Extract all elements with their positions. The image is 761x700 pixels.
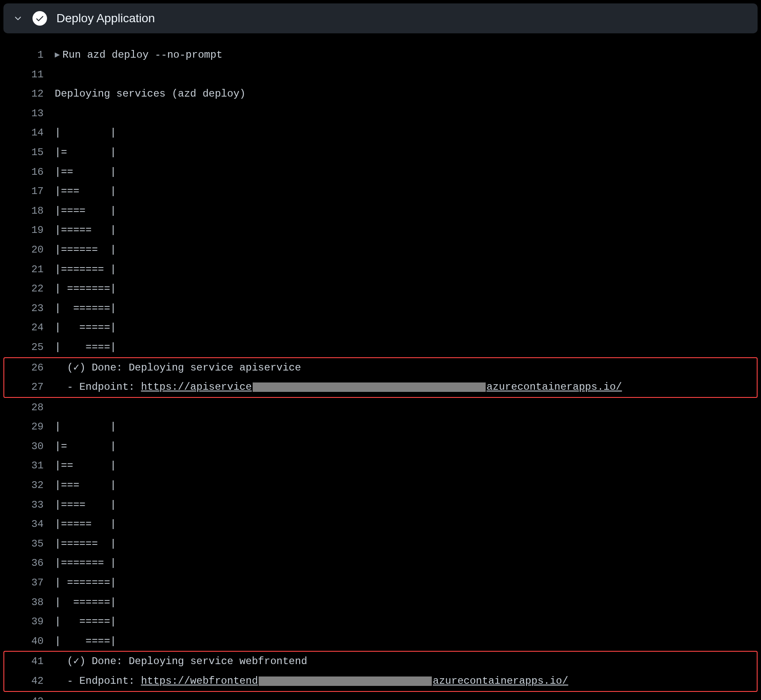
highlight-box: 41 (✓) Done: Deploying service webfronte… xyxy=(3,651,758,691)
log-text: |===== | xyxy=(55,221,116,240)
log-text: |===== | xyxy=(55,515,116,534)
line-number: 11 xyxy=(8,65,55,85)
line-number: 18 xyxy=(8,201,55,221)
log-line: 28 xyxy=(3,398,758,418)
log-line: 26 (✓) Done: Deploying service apiservic… xyxy=(4,358,757,378)
log-text: | =======| xyxy=(55,279,116,299)
log-line: 30|= | xyxy=(3,437,758,456)
log-text: | =======| xyxy=(55,573,116,593)
line-content: |====== | xyxy=(55,240,116,260)
log-text: | | xyxy=(55,123,116,143)
line-number: 24 xyxy=(8,318,55,338)
line-content: |== | xyxy=(55,162,116,182)
log-line: 34|===== | xyxy=(3,515,758,534)
log-line: 37| =======| xyxy=(3,573,758,593)
line-content: Deploying services (azd deploy) xyxy=(55,84,245,104)
line-content: |=== | xyxy=(55,182,116,201)
log-text: (✓) Done: Deploying service webfrontend xyxy=(55,652,307,671)
log-text: Run azd deploy --no-prompt xyxy=(62,45,222,65)
line-content: |== | xyxy=(55,456,116,476)
log-text: (✓) Done: Deploying service apiservice xyxy=(55,358,301,378)
log-text: | =====| xyxy=(55,612,116,632)
line-content: |= | xyxy=(55,437,116,456)
log-text: |==== | xyxy=(55,201,116,221)
log-text: |= | xyxy=(55,437,116,456)
log-text: - Endpoint: xyxy=(55,671,141,691)
step-title: Deploy Application xyxy=(56,12,155,25)
line-content: | =====| xyxy=(55,318,116,338)
line-content: (✓) Done: Deploying service apiservice xyxy=(55,358,301,378)
line-number: 27 xyxy=(8,377,55,397)
line-number: 41 xyxy=(8,652,55,671)
line-number: 14 xyxy=(8,123,55,143)
log-line: 25| ====| xyxy=(3,338,758,357)
log-line: 42 - Endpoint: https://webfrontendazurec… xyxy=(4,671,757,691)
line-number: 19 xyxy=(8,221,55,240)
line-content: |= | xyxy=(55,143,116,162)
line-number: 36 xyxy=(8,553,55,573)
line-number: 33 xyxy=(8,495,55,515)
log-line: 14| | xyxy=(3,123,758,143)
line-content: |=== | xyxy=(55,476,116,495)
log-line: 21|======= | xyxy=(3,260,758,279)
line-content: | =====| xyxy=(55,612,116,632)
step-header[interactable]: Deploy Application xyxy=(3,3,758,33)
endpoint-link[interactable]: azurecontainerapps.io/ xyxy=(487,377,622,397)
line-content: |==== | xyxy=(55,495,116,515)
line-content: | =======| xyxy=(55,279,116,299)
line-number: 17 xyxy=(8,182,55,201)
log-line: 20|====== | xyxy=(3,240,758,260)
line-number: 32 xyxy=(8,476,55,495)
check-circle-icon xyxy=(32,11,47,26)
line-number: 12 xyxy=(8,84,55,104)
log-line: 15|= | xyxy=(3,143,758,162)
log-line: 36|======= | xyxy=(3,553,758,573)
log-text: Deploying services (azd deploy) xyxy=(55,84,245,104)
line-content: |======= | xyxy=(55,553,116,573)
log-text: | ====| xyxy=(55,632,116,651)
log-line: 11 xyxy=(3,65,758,85)
log-text: | | xyxy=(55,417,116,437)
log-text: - Endpoint: xyxy=(55,377,141,397)
log-text: |==== | xyxy=(55,495,116,515)
log-text: | ======| xyxy=(55,299,116,318)
expand-caret-icon[interactable]: ▶ xyxy=(55,47,60,63)
endpoint-link[interactable]: azurecontainerapps.io/ xyxy=(433,671,568,691)
line-content: |====== | xyxy=(55,534,116,554)
log-text: |== | xyxy=(55,456,116,476)
line-number: 21 xyxy=(8,260,55,279)
line-content: | ====| xyxy=(55,338,116,357)
redacted-segment xyxy=(253,382,486,392)
line-number: 35 xyxy=(8,534,55,554)
log-line: 12Deploying services (azd deploy) xyxy=(3,84,758,104)
log-line: 35|====== | xyxy=(3,534,758,554)
line-content: |===== | xyxy=(55,515,116,534)
line-number: 25 xyxy=(8,338,55,357)
line-number: 16 xyxy=(8,162,55,182)
highlight-box: 26 (✓) Done: Deploying service apiservic… xyxy=(3,357,758,398)
line-content: ▶Run azd deploy --no-prompt xyxy=(55,45,223,65)
log-output: 1▶Run azd deploy --no-prompt1112Deployin… xyxy=(3,33,758,700)
log-line: 1▶Run azd deploy --no-prompt xyxy=(3,45,758,65)
line-content: - Endpoint: https://webfrontendazurecont… xyxy=(55,671,568,691)
log-line: 23| ======| xyxy=(3,299,758,318)
endpoint-link[interactable]: https://apiservice xyxy=(141,377,252,397)
line-content: (✓) Done: Deploying service webfrontend xyxy=(55,652,307,671)
log-line: 13 xyxy=(3,104,758,124)
line-number: 26 xyxy=(8,358,55,378)
endpoint-link[interactable]: https://webfrontend xyxy=(141,671,258,691)
line-content: |===== | xyxy=(55,221,116,240)
line-number: 34 xyxy=(8,515,55,534)
line-number: 13 xyxy=(8,104,55,124)
line-content: | ======| xyxy=(55,299,116,318)
line-number: 29 xyxy=(8,417,55,437)
line-number: 42 xyxy=(8,671,55,691)
log-text: |= | xyxy=(55,143,116,162)
line-number: 40 xyxy=(8,632,55,651)
chevron-down-icon[interactable] xyxy=(13,13,23,24)
line-number: 15 xyxy=(8,143,55,162)
redacted-segment xyxy=(259,676,432,686)
line-number: 1 xyxy=(8,45,55,65)
log-line: 27 - Endpoint: https://apiserviceazureco… xyxy=(4,377,757,397)
log-line: 24| =====| xyxy=(3,318,758,338)
